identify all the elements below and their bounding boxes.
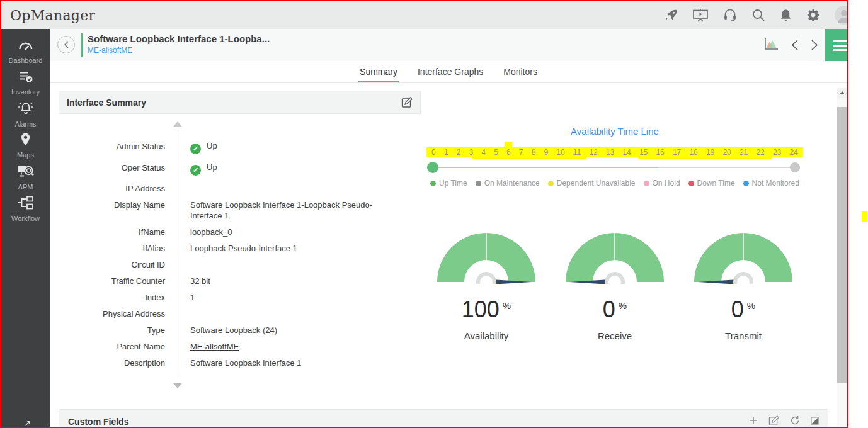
avatar[interactable]	[835, 6, 848, 25]
legend-dot	[688, 181, 694, 186]
refresh-icon	[790, 415, 800, 427]
edit-button[interactable]	[768, 415, 779, 427]
opmanager-logo: OpManager	[10, 8, 95, 23]
field-label: Parent Name	[59, 341, 165, 352]
edit-button[interactable]	[401, 97, 413, 108]
uptime-track	[433, 167, 658, 168]
hour-label: 7	[519, 148, 523, 157]
sidebar-item-apm[interactable]: APM	[1, 161, 50, 193]
field-value: 1.073 Gbps	[190, 374, 232, 376]
maps-icon	[20, 132, 31, 149]
gauge-label: Receive	[561, 330, 668, 341]
tab-monitors[interactable]: Monitors	[502, 67, 539, 82]
topbar-icons	[665, 6, 848, 25]
hour-label: 5	[494, 148, 498, 157]
hour-label: 0	[431, 148, 436, 157]
sidebar-item-workflow[interactable]: Workflow	[1, 193, 50, 224]
vertical-scrollbar	[837, 88, 847, 427]
gauge-transmit: 0% Transmit	[690, 227, 797, 341]
summary-row: IfNameloopback_0	[59, 227, 421, 237]
gauge-value: 0	[731, 296, 744, 322]
scroll-fields-down-arrow[interactable]	[173, 383, 182, 388]
gauge-chart	[564, 227, 665, 284]
previous-device-button[interactable]	[791, 39, 799, 54]
legend-item: Down Time	[688, 179, 735, 188]
interface-summary-header: Interface Summary	[59, 91, 421, 114]
sidebar-item-dashboard[interactable]: Dashboard	[1, 35, 50, 67]
field-value: Up	[207, 141, 217, 150]
bell-icon[interactable]	[780, 8, 792, 22]
hour-label: 9	[544, 148, 548, 157]
legend-label: On Hold	[653, 179, 680, 188]
gauge-receive: 0% Receive	[561, 227, 668, 341]
tab-interface-graphs[interactable]: Interface Graphs	[416, 67, 484, 82]
refresh-button[interactable]	[790, 415, 800, 427]
legend-item: Not Monitored	[743, 179, 799, 188]
scrollbar-thumb[interactable]	[837, 107, 847, 383]
parent-device-link[interactable]: ME-allsoftME	[88, 46, 132, 55]
gauge-chart	[693, 227, 794, 284]
edit-icon	[401, 97, 413, 108]
chevron-left-icon	[63, 40, 69, 49]
field-label: Traffic Counter	[59, 276, 165, 286]
contrast-icon	[811, 416, 819, 427]
legend-dot	[476, 181, 481, 186]
plus-button[interactable]	[749, 416, 758, 427]
gear-icon[interactable]	[806, 8, 820, 22]
hour-label: 1	[444, 148, 448, 157]
timeline-legend: Up TimeOn MaintenanceDependent Unavailab…	[426, 179, 803, 188]
field-value: Software Loopback Interface 1-Loopback P…	[190, 200, 372, 220]
contrast-button[interactable]	[811, 416, 819, 427]
interface-summary-panel: Interface Summary Admin Status✓UpOper St…	[59, 91, 421, 376]
hour-label: 20	[722, 148, 731, 157]
field-value: 32 bit	[190, 276, 210, 286]
tab-summary[interactable]: Summary	[358, 67, 399, 82]
opmanager-app: OpManager DashboardInventoryAlarmsMapsAP…	[0, 0, 848, 428]
sidebar-item-inventory[interactable]: Inventory	[1, 67, 50, 98]
sidebar-item-maps[interactable]: Maps	[1, 130, 50, 161]
screenshot-root: OpManager DashboardInventoryAlarmsMapsAP…	[0, 0, 868, 428]
custom-fields-actions	[749, 415, 819, 427]
scroll-fields-up-arrow[interactable]	[173, 121, 182, 127]
area-chart-icon[interactable]	[763, 37, 780, 54]
legend-item: On Hold	[644, 179, 680, 188]
summary-row: Admin Status✓Up	[59, 140, 421, 154]
hour-label: 10	[556, 148, 564, 157]
rocket-icon[interactable]	[665, 9, 678, 22]
sidebar-item-alarms[interactable]: Alarms	[1, 98, 50, 130]
slider-end-handle[interactable]	[790, 162, 800, 172]
parent-name-link[interactable]: ME-allsoftME	[190, 342, 239, 351]
highlight-blob	[505, 142, 512, 147]
headset-icon[interactable]	[723, 8, 737, 22]
search-icon[interactable]	[751, 8, 765, 22]
gauges: 100% Availability 0% Receive 0% Transmit	[426, 227, 803, 341]
slider-start-handle[interactable]	[427, 162, 438, 173]
legend-item: On Maintenance	[476, 179, 540, 188]
scrollbar-up-button[interactable]	[837, 88, 847, 98]
next-device-button[interactable]	[811, 39, 819, 54]
hour-label: 16	[656, 148, 664, 157]
field-label: IP Address	[59, 183, 165, 194]
menu-button[interactable]	[825, 29, 847, 61]
summary-row: Display NameSoftware Loopback Interface …	[59, 200, 421, 221]
user-avatar-icon	[835, 6, 848, 25]
custom-fields-title: Custom Fields	[68, 417, 128, 427]
legend-dot	[430, 181, 436, 186]
sidebar-item-label: Inventory	[11, 88, 40, 96]
legend-label: Dependent Unavailable	[557, 179, 636, 188]
main-scroll-area: Interface Summary Admin Status✓UpOper St…	[50, 83, 847, 427]
field-label: Circuit ID	[59, 259, 165, 270]
field-label: Oper Status	[59, 162, 165, 176]
chevron-right-icon	[811, 39, 819, 51]
summary-fields: Admin Status✓UpOper Status✓UpIP AddressD…	[59, 114, 421, 376]
field-value: Software Loopback (24)	[190, 325, 277, 335]
field-label: IfName	[59, 227, 165, 237]
hour-label: 22	[756, 148, 764, 157]
summary-row: Circuit ID	[59, 259, 421, 270]
back-button[interactable]	[57, 36, 75, 54]
remaining-track	[658, 167, 795, 168]
presentation-icon[interactable]	[692, 8, 709, 22]
device-header: Software Loopback Interface 1-Loopba... …	[50, 29, 847, 62]
topbar: OpManager	[1, 1, 847, 30]
field-label: Type	[59, 325, 165, 335]
